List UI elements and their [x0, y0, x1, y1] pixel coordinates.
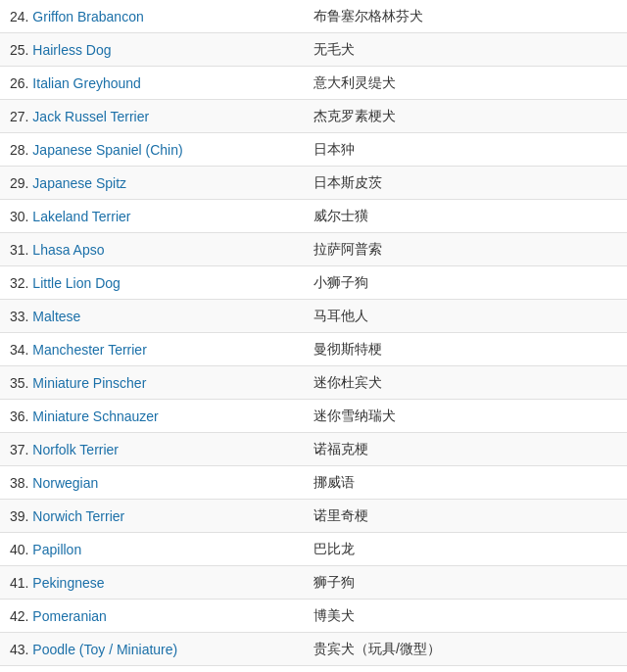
chinese-col: 贵宾犬（玩具/微型）: [304, 634, 627, 665]
row-number: 33.: [10, 309, 32, 324]
english-col: 41. Pekingnese: [0, 568, 304, 598]
breed-link[interactable]: Miniature Schnauzer: [32, 408, 158, 424]
breed-link[interactable]: Japanese Spitz: [32, 175, 126, 191]
english-col: 31. Lhasa Apso: [0, 235, 304, 264]
row-number: 39.: [10, 508, 32, 524]
breed-link[interactable]: Pekingnese: [32, 575, 104, 591]
breed-link[interactable]: Japanese Spaniel (Chin): [32, 142, 182, 158]
table-row: 42. Pomeranian博美犬: [0, 600, 627, 633]
table-row: 39. Norwich Terrier诺里奇梗: [0, 500, 627, 533]
table-row: 43. Poodle (Toy / Miniature)贵宾犬（玩具/微型）: [0, 633, 627, 666]
breed-link[interactable]: Norwich Terrier: [32, 508, 124, 524]
row-number: 34.: [10, 342, 32, 358]
breed-link[interactable]: Italian Greyhound: [32, 75, 141, 91]
english-col: 32. Little Lion Dog: [0, 268, 304, 298]
english-col: 24. Griffon Brabancon: [0, 2, 304, 31]
breed-link[interactable]: Norwegian: [32, 475, 98, 491]
english-col: 42. Pomeranian: [0, 601, 304, 631]
table-row: 27. Jack Russel Terrier杰克罗素梗犬: [0, 100, 627, 133]
english-col: 35. Miniature Pinscher: [0, 368, 304, 398]
english-col: 33. Maltese: [0, 302, 304, 331]
row-number: 24.: [10, 9, 32, 24]
row-number: 41.: [10, 575, 32, 591]
english-col: 36. Miniature Schnauzer: [0, 402, 304, 431]
table-row: 30. Lakeland Terrier威尔士獚: [0, 200, 627, 233]
breed-link[interactable]: Hairless Dog: [32, 42, 111, 58]
table-row: 28. Japanese Spaniel (Chin)日本狆: [0, 133, 627, 167]
table-row: 40. Papillon巴比龙: [0, 533, 627, 566]
chinese-col: 狮子狗: [304, 567, 627, 599]
table-row: 37. Norfolk Terrier诺福克梗: [0, 433, 627, 466]
breed-link[interactable]: Miniature Pinscher: [32, 375, 146, 391]
chinese-col: 日本狆: [304, 134, 627, 166]
chinese-col: 小狮子狗: [304, 267, 627, 299]
breed-table: 24. Griffon Brabancon布鲁塞尔格林芬犬25. Hairles…: [0, 0, 627, 672]
breed-link[interactable]: Jack Russel Terrier: [32, 109, 149, 124]
breed-link[interactable]: Poodle (Toy / Miniature): [32, 642, 177, 657]
breed-link[interactable]: Little Lion Dog: [32, 275, 121, 291]
chinese-col: 挪威语: [304, 467, 627, 499]
breed-link[interactable]: Lhasa Apso: [32, 242, 104, 258]
table-row: 36. Miniature Schnauzer迷你雪纳瑞犬: [0, 400, 627, 433]
breed-link[interactable]: Manchester Terrier: [32, 342, 146, 358]
table-row: 25. Hairless Dog无毛犬: [0, 33, 627, 67]
english-col: 43. Poodle (Toy / Miniature): [0, 635, 304, 664]
breed-link[interactable]: Maltese: [32, 309, 80, 324]
table-row: 26. Italian Greyhound意大利灵缇犬: [0, 67, 627, 100]
english-col: 37. Norfolk Terrier: [0, 435, 304, 464]
chinese-col: 博美犬: [304, 600, 627, 632]
english-col: 34. Manchester Terrier: [0, 335, 304, 364]
row-number: 30.: [10, 209, 32, 224]
row-number: 31.: [10, 242, 32, 258]
chinese-col: 杰克罗素梗犬: [304, 101, 627, 132]
chinese-col: 无毛犬: [304, 34, 627, 66]
english-col: 30. Lakeland Terrier: [0, 202, 304, 231]
row-number: 42.: [10, 608, 32, 624]
breed-link[interactable]: Norfolk Terrier: [32, 442, 119, 457]
english-col: 39. Norwich Terrier: [0, 502, 304, 531]
table-row: 34. Manchester Terrier曼彻斯特梗: [0, 333, 627, 366]
chinese-col: 哈格: [304, 667, 627, 673]
row-number: 35.: [10, 375, 32, 391]
table-row: 33. Maltese马耳他人: [0, 300, 627, 333]
table-row: 38. Norwegian挪威语: [0, 466, 627, 500]
row-number: 27.: [10, 109, 32, 124]
chinese-col: 迷你雪纳瑞犬: [304, 401, 627, 432]
chinese-col: 意大利灵缇犬: [304, 68, 627, 99]
english-col: 44. Pug: [0, 668, 304, 673]
row-number: 26.: [10, 75, 32, 91]
row-number: 25.: [10, 42, 32, 58]
breed-link[interactable]: Lakeland Terrier: [32, 209, 130, 224]
english-col: 28. Japanese Spaniel (Chin): [0, 135, 304, 165]
chinese-col: 诺里奇梗: [304, 501, 627, 532]
english-col: 40. Papillon: [0, 535, 304, 564]
breed-link[interactable]: Pomeranian: [32, 608, 107, 624]
row-number: 32.: [10, 275, 32, 291]
table-row: 24. Griffon Brabancon布鲁塞尔格林芬犬: [0, 0, 627, 33]
chinese-col: 拉萨阿普索: [304, 234, 627, 265]
breed-link[interactable]: Griffon Brabancon: [32, 9, 143, 24]
english-col: 25. Hairless Dog: [0, 35, 304, 65]
row-number: 37.: [10, 442, 32, 457]
english-col: 29. Japanese Spitz: [0, 168, 304, 198]
table-row: 32. Little Lion Dog小狮子狗: [0, 266, 627, 300]
chinese-col: 巴比龙: [304, 534, 627, 565]
row-number: 38.: [10, 475, 32, 491]
row-number: 36.: [10, 408, 32, 424]
english-col: 26. Italian Greyhound: [0, 69, 304, 98]
row-number: 43.: [10, 642, 32, 657]
row-number: 40.: [10, 542, 32, 557]
table-row: 41. Pekingnese狮子狗: [0, 566, 627, 600]
chinese-col: 马耳他人: [304, 301, 627, 332]
chinese-col: 诺福克梗: [304, 434, 627, 465]
chinese-col: 威尔士獚: [304, 201, 627, 232]
table-row: 44. Pug哈格: [0, 666, 627, 672]
breed-link[interactable]: Papillon: [32, 542, 81, 557]
english-col: 38. Norwegian: [0, 468, 304, 498]
table-row: 35. Miniature Pinscher迷你杜宾犬: [0, 366, 627, 400]
english-col: 27. Jack Russel Terrier: [0, 102, 304, 131]
table-row: 31. Lhasa Apso拉萨阿普索: [0, 233, 627, 266]
chinese-col: 曼彻斯特梗: [304, 334, 627, 365]
table-row: 29. Japanese Spitz日本斯皮茨: [0, 167, 627, 200]
row-number: 29.: [10, 175, 32, 191]
